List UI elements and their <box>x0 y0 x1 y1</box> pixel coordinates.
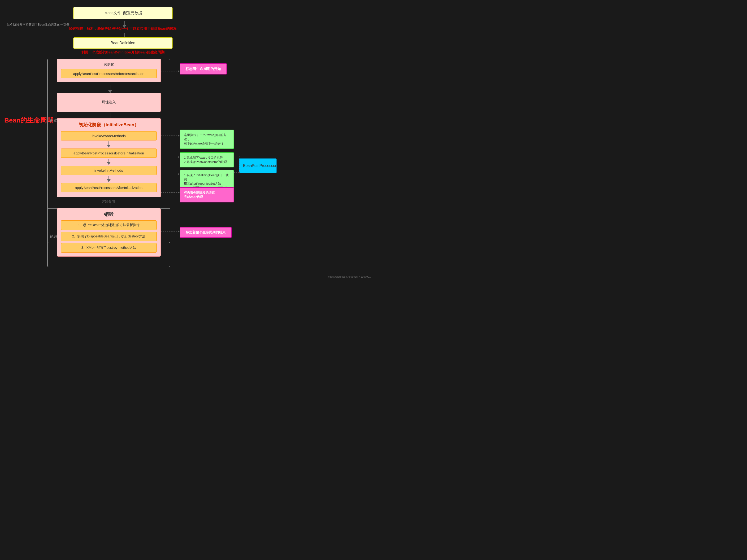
after-init-note-box: 标志着创建阶段的结束 完成AOP代理 <box>180 187 234 202</box>
invoke-init-box: invokeInitMethods <box>61 166 157 175</box>
arrow-aware-to-before-init <box>61 142 157 148</box>
lifecycle-start-badge: 标志着生命周期的开始 <box>180 63 227 75</box>
dashed-line-destroy-end <box>161 230 180 233</box>
svg-marker-1 <box>178 70 180 72</box>
dashed-line-invoke-init <box>161 173 180 176</box>
page-url: https://blog.csdn.net/et/qs_41907991 <box>328 275 371 278</box>
arrow-inst-to-prop <box>108 85 112 93</box>
dashed-line-aware <box>161 134 180 137</box>
apply-before-instantiation-box: applyBeanPostProcessorsBeforeInstantiati… <box>61 69 157 78</box>
class-box: .class文件+配置元数据 <box>73 7 173 19</box>
destroy-step2: 2、实现了DisposableBean接口，执行destroy方法 <box>61 232 157 241</box>
destroy-step3: 3、XML中配置了destroy-method方法 <box>61 243 157 253</box>
destroy-section: 销毁 1、@PreDestroy注解标注的方法最新执行 2、实现了Disposa… <box>57 208 161 257</box>
dashed-line-after-init <box>161 191 180 194</box>
arrow-before-to-invoke-init <box>61 159 157 165</box>
arrow-invoke-init-to-after-init <box>61 176 157 182</box>
svg-marker-3 <box>178 135 180 137</box>
svg-marker-5 <box>178 156 180 158</box>
init-phase-title: 初始化阶段（initializeBean） <box>61 122 157 128</box>
svg-marker-7 <box>178 173 180 175</box>
aware-note-box: 这里执行了三个Aware接口的方法， 剩下的Aware会在下一步执行 <box>180 130 234 149</box>
destroy-end-badge: 标志着整个生命周期的结束 <box>180 227 232 238</box>
apply-before-init-box: applyBeanPostProcessorsBeforeInitializat… <box>61 149 157 158</box>
destroy-title: 销毁 <box>61 211 157 218</box>
property-injection-section: 属性注入 <box>57 93 161 112</box>
red-scan-note: 经过扫描，解析，验证等阶段得到一个可以直接用于创建Bean的模板 <box>61 26 184 31</box>
dashed-line-instantiation <box>161 70 180 73</box>
bean-post-processor-box: BeanPostProcessor <box>239 158 277 173</box>
destroy-step1: 1、@PreDestroy注解标注的方法最新执行 <box>61 221 157 230</box>
lifecycle-start-note: 利用一个成熟的BeanDefinition开始Bean的生命周期 <box>61 50 184 55</box>
pre-lifecycle-note: 这个阶段并不将其归于Bean生命周期的一部分 <box>7 23 70 27</box>
bean-definition-box: BeanDefinition <box>73 37 173 49</box>
before-init-note-box: 1.完成剩下Aware接口的执行 2.完成@PostConstructor的处理 <box>180 152 234 168</box>
instantiation-label: 实例化 <box>61 62 157 67</box>
svg-marker-9 <box>178 192 180 194</box>
property-injection-label: 属性注入 <box>61 100 157 104</box>
arrow-to-bpp <box>234 132 240 189</box>
page-title: Bean的生命周期 <box>4 116 53 125</box>
svg-marker-15 <box>178 230 180 232</box>
apply-after-init-box: applyBeanPostProcessorsAfterInitializati… <box>61 183 157 192</box>
init-section: 初始化阶段（initializeBean） invokeAwareMethods… <box>57 118 161 197</box>
invoke-aware-box: invokeAwareMethods <box>61 131 157 141</box>
dashed-line-before-init <box>161 156 180 158</box>
instantiation-section: 实例化 applyBeanPostProcessorsBeforeInstant… <box>57 59 161 82</box>
